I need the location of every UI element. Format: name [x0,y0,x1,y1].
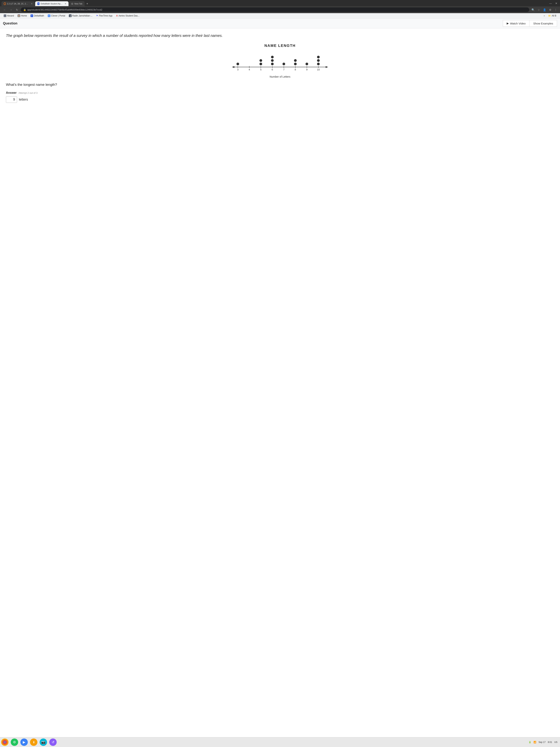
taskbar-wifi-icon: 📶 [534,741,536,744]
svg-text:4: 4 [249,68,250,71]
bookmark-clever-label: Clever | Portal [51,15,65,17]
page-header: Question ▶ Watch Video Show Examples [0,19,560,28]
longest-question-text: What's the longest name length? [6,83,554,87]
hboard-icon: ⌂ [4,15,6,17]
bookmark-allb-label: All B [552,15,556,17]
answer-section: Answer Attempt 2 out of 3 letters [6,91,554,103]
letters-label: letters [19,98,28,102]
address-bar-row: ← → ↻ 🔒 app/student/3614492/24483758/6b4… [0,6,560,13]
extensions-icon[interactable]: ⚙ [548,8,552,12]
taskbar-right: 🔋 📶 Sep 17 8:01 US [529,741,557,744]
question-section: What's the longest name length? Answer A… [6,83,554,103]
back-button[interactable]: ← [2,8,7,12]
browser-chrome: 2.2 (LT 2A, 2B, 2C, 2D) - Assign ✕ D Del… [0,0,560,19]
taskbar-date: Sep 17 [538,741,545,744]
deltamath-bookmark-icon: D [31,15,33,17]
show-examples-button[interactable]: Show Examples [529,20,557,27]
tab2-favicon: D [37,2,39,5]
tab1-favicon [4,2,6,5]
taskbar-icon-5[interactable]: 📷 [39,739,47,746]
tab2-close[interactable]: ✕ [64,3,66,5]
forward-button[interactable]: → [8,8,14,12]
dot-10-3 [317,56,320,58]
tab1-close[interactable]: ✕ [31,3,33,5]
dot-5-1 [260,62,262,66]
bookmark-deltamath[interactable]: D DeltaMath [29,14,46,18]
watch-video-label: Watch Video [510,22,526,25]
svg-text:7: 7 [283,68,285,71]
tab2-label: DeltaMath Student Application [41,3,63,5]
question-text-content: The graph below represents the result of… [6,33,223,37]
tab-deltamath[interactable]: D DeltaMath Student Application ✕ [35,1,69,6]
dot-10-1 [317,62,320,66]
bookmark-hboard[interactable]: ⌂ hboard [2,14,16,18]
bookmark-allb[interactable]: 📁 All B [547,14,558,18]
bookmark-flextime[interactable]: ⚑ FlexTime App [95,14,114,18]
dot-3-1 [237,62,239,66]
question-label: Question [3,22,18,25]
clever-icon: C [48,15,50,17]
svg-text:8: 8 [295,68,296,71]
tab1-label: 2.2 (LT 2A, 2B, 2C, 2D) - Assign [7,3,29,5]
svg-text:9: 9 [306,68,308,71]
taskbar-timezone: US [554,741,557,744]
bookmark-deltamath-label: DeltaMath [34,15,44,17]
chart-title: NAME LENGTH [264,44,296,48]
star-icon[interactable]: ☆ [537,8,541,12]
taskbar-icon-4[interactable]: ⬇ [30,739,37,746]
dot-7-1 [283,62,285,66]
axis-label: Number of Letters [270,75,290,78]
tab-assignment[interactable]: 2.2 (LT 2A, 2B, 2C, 2D) - Assign ✕ [1,1,35,6]
dot-6-2 [271,59,274,62]
refresh-button[interactable]: ↻ [15,8,19,12]
answer-input[interactable] [6,96,17,103]
show-examples-label: Show Examples [533,22,553,25]
flextime-icon: ⚑ [96,15,98,17]
tab-bar: 2.2 (LT 2A, 2B, 2C, 2D) - Assign ✕ D Del… [0,0,560,6]
folder-icon: 📁 [548,15,551,17]
answer-label: Answer [6,91,17,95]
tab3-label: New Tab [75,3,82,5]
profile-icon[interactable]: 👤 [542,8,547,12]
dot-10-2 [317,59,320,62]
dot-6-3 [271,56,274,58]
tab-newtab[interactable]: ⊙ New Tab [69,1,85,6]
chrome-icon[interactable] [1,739,8,746]
bookmark-home[interactable]: 🏠 Home [16,14,28,18]
close-window-button[interactable]: ✕ [554,1,559,5]
bookmark-radin[interactable]: ■ Radin Jamshidian-... [68,14,94,18]
bookmark-flextime-label: FlexTime App [99,15,112,17]
menu-icon[interactable]: ⋮ [554,8,558,12]
svg-marker-2 [326,66,328,68]
address-bar[interactable]: 🔒 app/student/3614492/24483758/6b45afdf6… [21,7,529,12]
dot-8-2 [294,59,297,62]
svg-text:5: 5 [260,68,262,71]
minimize-button[interactable]: — [548,1,553,5]
svg-text:10: 10 [317,68,320,71]
taskbar-icon-3[interactable]: ▶ [20,739,28,746]
dot-5-2 [260,59,262,62]
chart-container: NAME LENGTH 3 4 5 [226,44,334,78]
aeries-icon: A [116,15,118,17]
question-text: The graph below represents the result of… [6,33,554,38]
main-content: The graph below represents the result of… [0,28,560,737]
dot-8-1 [294,62,297,66]
radin-icon: ■ [69,15,72,17]
lock-icon: 🔒 [23,8,26,11]
svg-marker-1 [232,66,234,68]
taskbar-icon-6[interactable]: ↺ [49,739,57,746]
watch-video-button[interactable]: ▶ Watch Video [503,20,529,27]
bookmark-aeries[interactable]: A Aeries Student Das... [115,14,141,18]
new-tab-button[interactable]: + [85,1,90,6]
bookmarks-bar: ⌂ hboard 🏠 Home D DeltaMath C Clever | P… [0,13,560,19]
search-icon[interactable]: 🔍 [531,8,535,12]
taskbar-time: 8:01 [548,741,552,744]
bookmark-clever[interactable]: C Clever | Portal [46,14,67,18]
dot-plot-area: 3 4 5 6 7 8 9 [226,52,334,75]
svg-text:6: 6 [272,68,273,71]
bookmarks-more-button[interactable]: » [542,14,546,18]
taskbar-icon-2[interactable]: ⚙ [11,739,18,746]
bookmark-home-label: Home [21,15,27,17]
dot-plot-svg: 3 4 5 6 7 8 9 [226,52,334,74]
dot-6-1 [271,62,274,66]
